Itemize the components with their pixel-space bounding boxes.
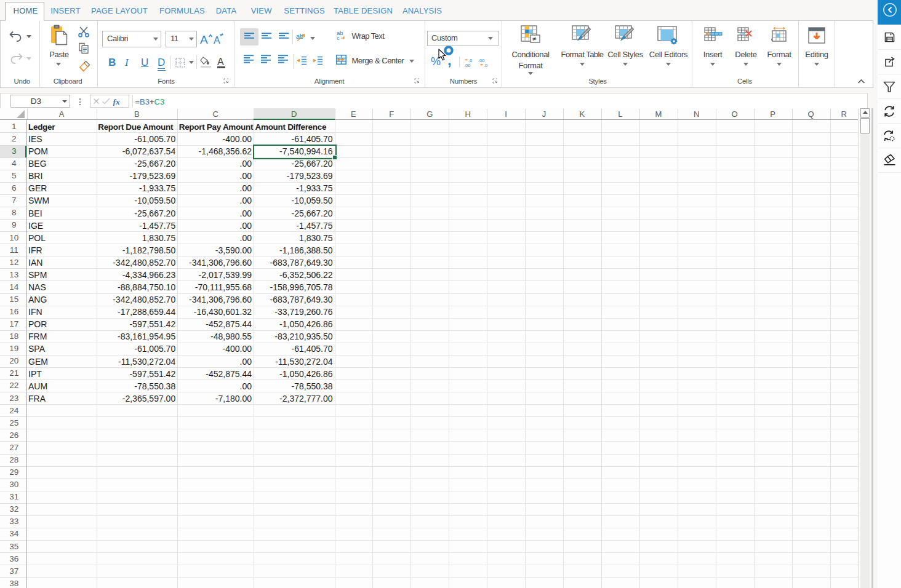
svg-text:.00: .00 (464, 63, 470, 68)
svg-text:≠: ≠ (532, 35, 536, 42)
svg-text:A: A (217, 57, 224, 67)
svg-text:fx: fx (113, 97, 120, 106)
svg-text:A: A (200, 33, 208, 46)
svg-text:c: c (337, 34, 340, 41)
svg-text:A: A (214, 35, 220, 46)
